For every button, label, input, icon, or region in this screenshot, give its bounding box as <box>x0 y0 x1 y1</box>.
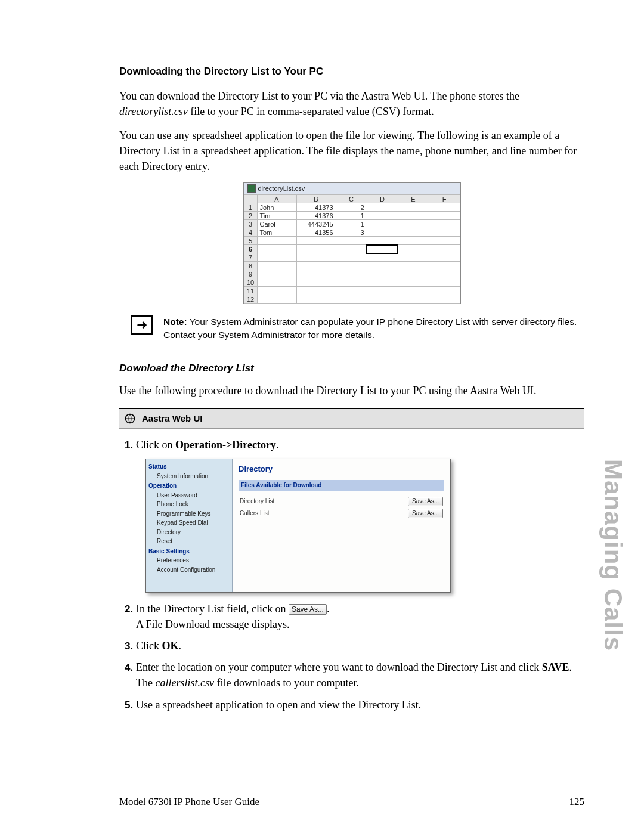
cell <box>336 278 367 287</box>
cell <box>336 295 367 304</box>
row-8-head: 8 <box>244 262 257 270</box>
sidebar-item[interactable]: Keypad Speed Dial <box>148 519 230 528</box>
row-2-head: 2 <box>244 212 257 220</box>
step-4: Enter the location on your computer wher… <box>136 659 584 690</box>
step-2: In the Directory List field, click on Sa… <box>136 601 584 632</box>
cell <box>398 237 429 245</box>
cell <box>398 220 429 228</box>
sidebar-item-directory[interactable]: Directory <box>148 528 230 537</box>
cell: Tom <box>257 228 296 237</box>
sidebar-item[interactable]: System Information <box>148 472 230 481</box>
cell: Carol <box>257 220 296 228</box>
cell <box>398 212 429 220</box>
page-footer: Model 6730i IP Phone User Guide 125 <box>119 796 584 808</box>
cell <box>296 295 336 304</box>
sidebar-item[interactable]: Preferences <box>148 556 230 565</box>
cell <box>367 278 398 287</box>
step-4-text: Enter the location on your computer wher… <box>136 661 542 673</box>
cell <box>296 270 336 278</box>
cell: 1 <box>336 220 367 228</box>
cell <box>336 253 367 262</box>
p1a: You can download the Directory List to y… <box>119 90 519 102</box>
spreadsheet-figure: directoryList.csv A B C D E F 1John41373… <box>119 182 584 304</box>
step-1-end: . <box>276 439 279 451</box>
save-as-button[interactable]: Save As... <box>408 497 443 506</box>
cell <box>429 220 460 228</box>
file-row-label: Callers List <box>240 509 269 518</box>
cell <box>398 287 429 295</box>
webui-title: Directory <box>239 464 444 475</box>
step-3-text: Click <box>136 640 162 652</box>
cell <box>429 253 460 262</box>
cell <box>429 295 460 304</box>
webui-bar-wrap: Aastra Web UI <box>119 407 584 429</box>
cell <box>398 262 429 270</box>
note-block: ➜ Note: Your System Administrator can po… <box>119 309 584 348</box>
row-4-head: 4 <box>244 228 257 237</box>
step-1-bold: Operation->Directory <box>175 439 276 451</box>
cell <box>367 212 398 220</box>
cell <box>367 220 398 228</box>
cell: 1 <box>336 212 367 220</box>
sidebar-status-head: Status <box>148 463 230 472</box>
files-header: Files Available for Download <box>239 480 444 491</box>
cell <box>429 203 460 212</box>
subsection-heading: Download the Directory List <box>119 363 584 374</box>
row-12-head: 12 <box>244 295 257 304</box>
row-6-head: 6 <box>244 245 257 253</box>
cell <box>398 295 429 304</box>
row-5-head: 5 <box>244 237 257 245</box>
step-2-line2: A File Download message displays. <box>136 618 289 630</box>
cell <box>367 228 398 237</box>
cell <box>336 287 367 295</box>
cell <box>429 270 460 278</box>
step-5: Use a spreadsheet application to open an… <box>136 697 584 713</box>
cell <box>367 253 398 262</box>
sidebar-item[interactable]: User Password <box>148 491 230 500</box>
cell <box>257 245 296 253</box>
cell <box>398 278 429 287</box>
row-10-head: 10 <box>244 278 257 287</box>
step-4-italic: callerslist.csv <box>155 677 213 689</box>
sidebar-item[interactable]: Reset <box>148 537 230 546</box>
cell <box>257 270 296 278</box>
grid-corner <box>244 195 257 203</box>
cell <box>257 287 296 295</box>
step-3-bold: OK <box>162 640 179 652</box>
p1c: file to your PC in comma-separated value… <box>188 106 434 117</box>
step-4-line2b: file downloads to your computer. <box>214 677 359 689</box>
row-1-head: 1 <box>244 203 257 212</box>
globe-icon <box>124 413 136 425</box>
step-4-bold: SAVE <box>542 661 569 673</box>
cell <box>429 228 460 237</box>
col-B: B <box>296 195 336 203</box>
section-side-tab: Managing Calls <box>599 459 627 651</box>
cell <box>296 287 336 295</box>
cell: 41356 <box>296 228 336 237</box>
cell <box>367 270 398 278</box>
cell <box>257 278 296 287</box>
sidebar-item[interactable]: Account Configuration <box>148 566 230 575</box>
p1-italic: directorylist.csv <box>119 106 188 117</box>
cell <box>429 262 460 270</box>
webui-main: Directory Files Available for Download D… <box>233 459 450 592</box>
paragraph-2: You can use any spreadsheet application … <box>119 128 584 174</box>
spreadsheet-grid: A B C D E F 1John413732 2Tim413761 3Caro… <box>244 194 460 304</box>
row-11-head: 11 <box>244 287 257 295</box>
steps-list: Click on Operation->Directory. Status Sy… <box>119 437 584 713</box>
cell <box>429 287 460 295</box>
cell <box>296 278 336 287</box>
webui-bar-label: Aastra Web UI <box>142 413 202 423</box>
save-as-button[interactable]: Save As... <box>408 509 443 518</box>
cell <box>398 203 429 212</box>
cell <box>257 253 296 262</box>
cell <box>257 295 296 304</box>
cell: 41376 <box>296 212 336 220</box>
sidebar-item[interactable]: Phone Lock <box>148 500 230 509</box>
save-as-button-inline[interactable]: Save As... <box>289 604 327 615</box>
file-row-label: Directory List <box>240 497 274 506</box>
section-heading: Downloading the Directory List to Your P… <box>119 66 584 78</box>
step-3-end: . <box>179 640 182 652</box>
sidebar-item[interactable]: Programmable Keys <box>148 510 230 519</box>
cell <box>367 203 398 212</box>
